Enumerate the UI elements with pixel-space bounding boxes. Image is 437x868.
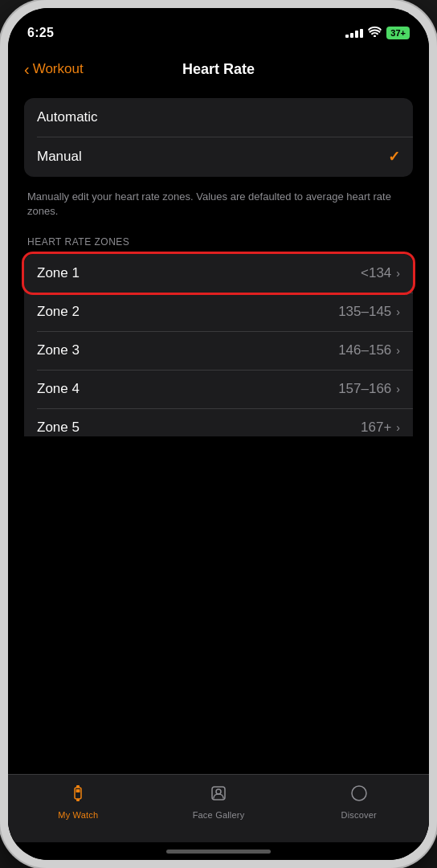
signal-bar-2 [350,33,353,38]
manual-label: Manual [37,149,82,165]
home-bar [166,850,271,854]
zone-3-value: 146–156 [338,342,391,358]
manual-row[interactable]: Manual ✓ [24,137,413,177]
zones-section-header: HEART RATE ZONES [24,230,413,254]
page-title: Heart Rate [182,61,255,78]
tab-face-gallery[interactable]: Face Gallery [149,783,289,820]
spacer [8,436,429,775]
battery-indicator: 37+ [386,27,410,39]
phone-frame: 6:25 [0,0,437,868]
face-gallery-icon [208,783,229,807]
zone-5-value: 167+ [361,420,391,436]
svg-point-6 [352,786,366,800]
zone-1-label: Zone 1 [37,265,80,281]
zone-4-value-wrapper: 157–166 › [338,381,400,397]
zone-1-value-wrapper: <134 › [361,265,400,281]
signal-icon [345,29,363,38]
signal-bar-4 [360,29,363,38]
status-bar: 6:25 [8,8,429,48]
tab-face-gallery-label: Face Gallery [193,810,245,820]
svg-point-5 [216,789,221,794]
status-right-icons: 37+ [345,27,410,39]
zone-3-value-wrapper: 146–156 › [338,342,400,358]
zone-5-value-wrapper: 167+ › [361,420,400,436]
content-area: Automatic Manual ✓ Manually edit your he… [8,90,429,436]
zone-3-label: Zone 3 [37,342,80,358]
automatic-row[interactable]: Automatic [24,98,413,137]
zone-2-value: 135–145 [338,304,391,320]
back-button[interactable]: ‹ Workout [24,60,84,79]
zone-4-value: 157–166 [338,381,391,397]
zone-2-label: Zone 2 [37,304,80,320]
zone-2-chevron-icon: › [396,305,400,318]
tab-my-watch[interactable]: My Watch [8,783,149,820]
zone-4-row[interactable]: Zone 4 157–166 › [24,370,413,408]
tab-my-watch-label: My Watch [58,810,98,820]
nav-bar: ‹ Workout Heart Rate [8,48,429,90]
tab-discover[interactable]: Discover [288,783,429,820]
status-time: 6:25 [27,26,54,40]
svg-rect-2 [76,785,80,788]
tab-bar: My Watch Face Gallery [8,774,429,842]
zone-4-chevron-icon: › [396,383,400,395]
helper-text: Manually edit your heart rate zones. Val… [24,183,413,230]
tab-discover-label: Discover [341,810,376,820]
zone-5-row[interactable]: Zone 5 167+ › [24,408,413,436]
zone-1-value: <134 [361,265,391,281]
zone-3-row[interactable]: Zone 3 146–156 › [24,331,413,370]
zone-1-row[interactable]: Zone 1 <134 › [24,254,413,293]
mode-settings-group: Automatic Manual ✓ [24,98,413,177]
watch-icon [67,783,88,807]
wifi-icon [368,27,382,39]
zone-5-chevron-icon: › [396,421,400,434]
automatic-label: Automatic [37,109,98,125]
zone1-highlight-ring [22,252,415,295]
zones-group: Zone 1 <134 › Zone 2 135–145 › [24,254,413,436]
zone-2-value-wrapper: 135–145 › [338,304,400,320]
zone-5-label: Zone 5 [37,420,80,436]
svg-rect-3 [76,799,80,801]
screen: 6:25 [8,8,429,860]
discover-icon [349,783,370,807]
back-chevron-icon: ‹ [24,60,30,79]
zone-4-label: Zone 4 [37,381,80,397]
manual-checkmark-icon: ✓ [388,148,400,166]
home-indicator [8,842,429,860]
signal-bar-1 [345,35,349,38]
zone-1-chevron-icon: › [396,267,400,280]
zone-2-row[interactable]: Zone 2 135–145 › [24,293,413,331]
zone-3-chevron-icon: › [396,344,400,357]
signal-bar-3 [355,31,358,38]
svg-rect-1 [76,789,80,792]
back-label: Workout [33,61,84,77]
